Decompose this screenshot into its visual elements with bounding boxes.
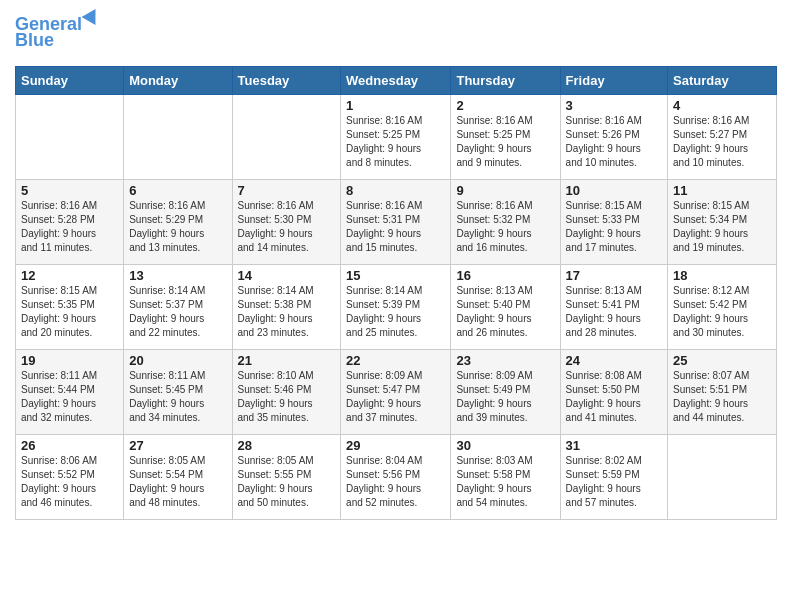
calendar-cell: 2Sunrise: 8:16 AMSunset: 5:25 PMDaylight… <box>451 94 560 179</box>
cell-day-number: 21 <box>238 353 336 368</box>
cell-info-text: Sunrise: 8:09 AMSunset: 5:47 PMDaylight:… <box>346 369 445 425</box>
cell-day-number: 28 <box>238 438 336 453</box>
logo: General Blue <box>15 15 100 51</box>
cell-day-number: 24 <box>566 353 662 368</box>
cell-info-text: Sunrise: 8:13 AMSunset: 5:40 PMDaylight:… <box>456 284 554 340</box>
calendar-cell: 12Sunrise: 8:15 AMSunset: 5:35 PMDayligh… <box>16 264 124 349</box>
calendar-cell: 29Sunrise: 8:04 AMSunset: 5:56 PMDayligh… <box>341 434 451 519</box>
calendar-cell: 11Sunrise: 8:15 AMSunset: 5:34 PMDayligh… <box>668 179 777 264</box>
calendar-cell: 7Sunrise: 8:16 AMSunset: 5:30 PMDaylight… <box>232 179 341 264</box>
cell-day-number: 17 <box>566 268 662 283</box>
calendar-table: SundayMondayTuesdayWednesdayThursdayFrid… <box>15 66 777 520</box>
cell-day-number: 30 <box>456 438 554 453</box>
cell-info-text: Sunrise: 8:15 AMSunset: 5:33 PMDaylight:… <box>566 199 662 255</box>
cell-day-number: 14 <box>238 268 336 283</box>
weekday-header-tuesday: Tuesday <box>232 66 341 94</box>
calendar-cell: 28Sunrise: 8:05 AMSunset: 5:55 PMDayligh… <box>232 434 341 519</box>
cell-info-text: Sunrise: 8:03 AMSunset: 5:58 PMDaylight:… <box>456 454 554 510</box>
cell-day-number: 10 <box>566 183 662 198</box>
calendar-cell: 13Sunrise: 8:14 AMSunset: 5:37 PMDayligh… <box>124 264 232 349</box>
cell-info-text: Sunrise: 8:07 AMSunset: 5:51 PMDaylight:… <box>673 369 771 425</box>
cell-info-text: Sunrise: 8:16 AMSunset: 5:32 PMDaylight:… <box>456 199 554 255</box>
cell-day-number: 18 <box>673 268 771 283</box>
cell-day-number: 29 <box>346 438 445 453</box>
calendar-cell: 9Sunrise: 8:16 AMSunset: 5:32 PMDaylight… <box>451 179 560 264</box>
cell-day-number: 6 <box>129 183 226 198</box>
calendar-week-row: 26Sunrise: 8:06 AMSunset: 5:52 PMDayligh… <box>16 434 777 519</box>
cell-day-number: 16 <box>456 268 554 283</box>
calendar-cell: 22Sunrise: 8:09 AMSunset: 5:47 PMDayligh… <box>341 349 451 434</box>
cell-info-text: Sunrise: 8:15 AMSunset: 5:35 PMDaylight:… <box>21 284 118 340</box>
calendar-cell <box>16 94 124 179</box>
weekday-header-wednesday: Wednesday <box>341 66 451 94</box>
cell-day-number: 2 <box>456 98 554 113</box>
calendar-cell <box>668 434 777 519</box>
weekday-header-thursday: Thursday <box>451 66 560 94</box>
cell-day-number: 12 <box>21 268 118 283</box>
cell-day-number: 15 <box>346 268 445 283</box>
calendar-week-row: 19Sunrise: 8:11 AMSunset: 5:44 PMDayligh… <box>16 349 777 434</box>
calendar-cell: 25Sunrise: 8:07 AMSunset: 5:51 PMDayligh… <box>668 349 777 434</box>
weekday-header-saturday: Saturday <box>668 66 777 94</box>
cell-info-text: Sunrise: 8:11 AMSunset: 5:44 PMDaylight:… <box>21 369 118 425</box>
calendar-cell: 14Sunrise: 8:14 AMSunset: 5:38 PMDayligh… <box>232 264 341 349</box>
cell-info-text: Sunrise: 8:11 AMSunset: 5:45 PMDaylight:… <box>129 369 226 425</box>
cell-day-number: 25 <box>673 353 771 368</box>
cell-day-number: 5 <box>21 183 118 198</box>
cell-day-number: 19 <box>21 353 118 368</box>
cell-info-text: Sunrise: 8:14 AMSunset: 5:39 PMDaylight:… <box>346 284 445 340</box>
calendar-cell: 18Sunrise: 8:12 AMSunset: 5:42 PMDayligh… <box>668 264 777 349</box>
cell-info-text: Sunrise: 8:16 AMSunset: 5:28 PMDaylight:… <box>21 199 118 255</box>
calendar-cell: 31Sunrise: 8:02 AMSunset: 5:59 PMDayligh… <box>560 434 667 519</box>
calendar-cell: 4Sunrise: 8:16 AMSunset: 5:27 PMDaylight… <box>668 94 777 179</box>
calendar-cell: 17Sunrise: 8:13 AMSunset: 5:41 PMDayligh… <box>560 264 667 349</box>
cell-info-text: Sunrise: 8:15 AMSunset: 5:34 PMDaylight:… <box>673 199 771 255</box>
cell-info-text: Sunrise: 8:13 AMSunset: 5:41 PMDaylight:… <box>566 284 662 340</box>
cell-info-text: Sunrise: 8:06 AMSunset: 5:52 PMDaylight:… <box>21 454 118 510</box>
cell-info-text: Sunrise: 8:16 AMSunset: 5:25 PMDaylight:… <box>346 114 445 170</box>
calendar-week-row: 5Sunrise: 8:16 AMSunset: 5:28 PMDaylight… <box>16 179 777 264</box>
weekday-header-monday: Monday <box>124 66 232 94</box>
calendar-cell: 20Sunrise: 8:11 AMSunset: 5:45 PMDayligh… <box>124 349 232 434</box>
cell-day-number: 31 <box>566 438 662 453</box>
cell-day-number: 8 <box>346 183 445 198</box>
cell-day-number: 7 <box>238 183 336 198</box>
calendar-week-row: 12Sunrise: 8:15 AMSunset: 5:35 PMDayligh… <box>16 264 777 349</box>
cell-info-text: Sunrise: 8:16 AMSunset: 5:29 PMDaylight:… <box>129 199 226 255</box>
cell-info-text: Sunrise: 8:09 AMSunset: 5:49 PMDaylight:… <box>456 369 554 425</box>
cell-day-number: 9 <box>456 183 554 198</box>
cell-day-number: 27 <box>129 438 226 453</box>
cell-day-number: 22 <box>346 353 445 368</box>
calendar-cell: 21Sunrise: 8:10 AMSunset: 5:46 PMDayligh… <box>232 349 341 434</box>
logo-triangle-icon <box>82 5 103 25</box>
calendar-cell: 24Sunrise: 8:08 AMSunset: 5:50 PMDayligh… <box>560 349 667 434</box>
cell-info-text: Sunrise: 8:14 AMSunset: 5:37 PMDaylight:… <box>129 284 226 340</box>
weekday-header-row: SundayMondayTuesdayWednesdayThursdayFrid… <box>16 66 777 94</box>
calendar-week-row: 1Sunrise: 8:16 AMSunset: 5:25 PMDaylight… <box>16 94 777 179</box>
cell-info-text: Sunrise: 8:04 AMSunset: 5:56 PMDaylight:… <box>346 454 445 510</box>
cell-day-number: 23 <box>456 353 554 368</box>
calendar-cell: 15Sunrise: 8:14 AMSunset: 5:39 PMDayligh… <box>341 264 451 349</box>
cell-day-number: 3 <box>566 98 662 113</box>
calendar-cell: 30Sunrise: 8:03 AMSunset: 5:58 PMDayligh… <box>451 434 560 519</box>
cell-info-text: Sunrise: 8:08 AMSunset: 5:50 PMDaylight:… <box>566 369 662 425</box>
calendar-cell: 19Sunrise: 8:11 AMSunset: 5:44 PMDayligh… <box>16 349 124 434</box>
cell-info-text: Sunrise: 8:14 AMSunset: 5:38 PMDaylight:… <box>238 284 336 340</box>
cell-info-text: Sunrise: 8:16 AMSunset: 5:30 PMDaylight:… <box>238 199 336 255</box>
cell-day-number: 11 <box>673 183 771 198</box>
calendar-cell: 27Sunrise: 8:05 AMSunset: 5:54 PMDayligh… <box>124 434 232 519</box>
cell-day-number: 4 <box>673 98 771 113</box>
cell-day-number: 26 <box>21 438 118 453</box>
logo-blue: Blue <box>15 31 54 51</box>
calendar-cell: 1Sunrise: 8:16 AMSunset: 5:25 PMDaylight… <box>341 94 451 179</box>
calendar-cell: 5Sunrise: 8:16 AMSunset: 5:28 PMDaylight… <box>16 179 124 264</box>
cell-info-text: Sunrise: 8:05 AMSunset: 5:55 PMDaylight:… <box>238 454 336 510</box>
cell-info-text: Sunrise: 8:16 AMSunset: 5:31 PMDaylight:… <box>346 199 445 255</box>
calendar-cell: 16Sunrise: 8:13 AMSunset: 5:40 PMDayligh… <box>451 264 560 349</box>
cell-info-text: Sunrise: 8:16 AMSunset: 5:26 PMDaylight:… <box>566 114 662 170</box>
header: General Blue <box>15 10 777 56</box>
calendar-cell: 8Sunrise: 8:16 AMSunset: 5:31 PMDaylight… <box>341 179 451 264</box>
cell-info-text: Sunrise: 8:12 AMSunset: 5:42 PMDaylight:… <box>673 284 771 340</box>
weekday-header-sunday: Sunday <box>16 66 124 94</box>
cell-info-text: Sunrise: 8:16 AMSunset: 5:27 PMDaylight:… <box>673 114 771 170</box>
